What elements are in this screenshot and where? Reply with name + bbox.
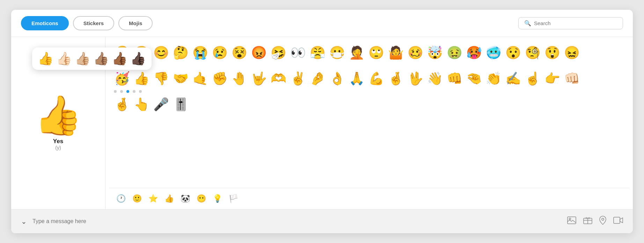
emoji-thinking[interactable]: 🤔 <box>171 43 190 62</box>
featured-emoji[interactable]: 👍 <box>34 96 82 134</box>
cat-objects[interactable]: 💡 <box>210 192 224 206</box>
skin-default[interactable]: 👍 <box>38 52 53 65</box>
emoji-pinching[interactable]: 🤏 <box>464 69 483 88</box>
cat-hands[interactable]: 👍 <box>162 192 176 206</box>
svg-rect-0 <box>568 217 576 224</box>
emoji-row-2: 🥳 👍 👎 🤝 🤙 ✊ 🤚 🤟 🫶 ✌️ 🤌 👌 🙏 💪 🤞 🖖 <box>112 69 626 88</box>
emoji-heart-hands[interactable]: 🫶 <box>269 69 288 88</box>
emoji-sad[interactable]: 😢 <box>210 43 229 62</box>
emoji-thumbs-down[interactable]: 👎 <box>152 69 170 88</box>
emoji-monocle[interactable]: 🧐 <box>523 43 542 62</box>
emoji-fist[interactable]: ✊ <box>210 69 229 88</box>
gift-card-icon[interactable] <box>583 216 592 226</box>
emoji-flex[interactable]: 💪 <box>367 69 386 88</box>
emoji-thumbs-up[interactable]: 👍 <box>132 69 151 88</box>
emoji-grid-panel: 🤣 😏 😊 🤔 😭 😢 😵 😡 🤧 👀 😤 😷 🤦 🙄 🤷 🥴 <box>105 37 633 209</box>
tab-bar: Emoticons Stickers Mojis 🔍 <box>11 10 633 37</box>
emoji-point-up[interactable]: ☝️ <box>523 69 542 88</box>
message-input[interactable] <box>32 218 562 224</box>
dot2-4 <box>133 90 136 93</box>
emoji-mask[interactable]: 😷 <box>328 43 346 62</box>
emoji-rows: 🤣 😏 😊 🤔 😭 😢 😵 😡 🤧 👀 😤 😷 🤦 🙄 🤷 🥴 <box>109 37 629 186</box>
emoji-pinch[interactable]: 🤌 <box>308 69 327 88</box>
emoji-party[interactable]: 🥳 <box>112 69 131 88</box>
cat-flags[interactable]: 🏳️ <box>226 192 240 206</box>
emoji-exploding[interactable]: 🤯 <box>425 43 444 62</box>
emoji-cold[interactable]: 🥶 <box>484 43 503 62</box>
skin-medium[interactable]: 👍🏽 <box>93 52 109 65</box>
featured-emoji-label: Yes <box>53 138 63 145</box>
emoji-hushed[interactable]: 😯 <box>504 43 522 62</box>
emoji-woozy[interactable]: 🥴 <box>406 43 425 62</box>
emoji-angry[interactable]: 😡 <box>249 43 268 62</box>
emoji-eyes[interactable]: 👀 <box>288 43 307 62</box>
emoji-handshake[interactable]: 🤝 <box>171 69 190 88</box>
tab-emoticons[interactable]: Emoticons <box>21 16 69 30</box>
dot2-5 <box>139 90 142 93</box>
emoji-row-1: 🤣 😏 😊 🤔 😭 😢 😵 😡 🤧 👀 😤 😷 🤦 🙄 🤷 🥴 <box>112 43 626 62</box>
emoji-write[interactable]: ✍️ <box>504 69 522 88</box>
emoji-peace[interactable]: ✌️ <box>288 69 307 88</box>
dot2-2 <box>120 90 123 93</box>
emoji-facepalm[interactable]: 🤦 <box>347 43 366 62</box>
cat-faces[interactable]: 😶 <box>194 192 208 206</box>
main-content: 👍 👍🏻 👍🏼 👍🏽 👍🏾 👍🏿 👍 Yes (y) 🤣 😏 😊 🤔 <box>11 37 633 209</box>
emoji-astonished[interactable]: 😲 <box>543 43 562 62</box>
tab-mojis[interactable]: Mojis <box>118 16 153 30</box>
emoji-raised-hand[interactable]: 🤚 <box>230 69 249 88</box>
emoji-mic[interactable]: 🎤 <box>152 95 170 114</box>
dot2-active <box>126 90 129 93</box>
toolbar-icons <box>567 216 623 227</box>
emoji-confounded[interactable]: 😖 <box>562 43 581 62</box>
emoji-crossed-fingers[interactable]: 🤞 <box>386 69 405 88</box>
emoji-vulcan[interactable]: 🖖 <box>406 69 425 88</box>
emoji-backhand[interactable]: 👊 <box>445 69 464 88</box>
dots-row-1 <box>112 64 626 68</box>
chevron-down-icon[interactable]: ⌄ <box>21 217 27 226</box>
emoji-smile[interactable]: 😊 <box>152 43 170 62</box>
video-icon[interactable] <box>613 217 623 226</box>
emoji-fist-pink[interactable]: 👊🏻 <box>562 69 581 88</box>
emoji-hot[interactable]: 🥵 <box>464 43 483 62</box>
emoji-slider[interactable]: 🎚️ <box>171 95 190 114</box>
skin-light[interactable]: 👍🏻 <box>56 52 72 65</box>
emoji-green-hand[interactable]: 🤞 <box>112 95 131 114</box>
cat-animals[interactable]: 🐼 <box>178 192 192 206</box>
tab-stickers[interactable]: Stickers <box>73 16 114 30</box>
cat-smileys[interactable]: 🙂 <box>130 192 144 206</box>
search-icon: 🔍 <box>524 20 531 27</box>
emoji-clap[interactable]: 👏 <box>484 69 503 88</box>
svg-point-1 <box>569 218 571 220</box>
emoji-row-3: 🤞 👆 🎤 🎚️ <box>112 95 626 114</box>
emoji-roll-eyes[interactable]: 🙄 <box>367 43 386 62</box>
featured-emoji-code: (y) <box>55 145 61 150</box>
skin-tone-popup: 👍 👍🏻 👍🏼 👍🏽 👍🏾 👍🏿 <box>32 47 152 70</box>
category-bar: 🕐 🙂 ⭐ 👍 🐼 😶 💡 🏳️ <box>109 188 629 209</box>
emoji-dizzy[interactable]: 😵 <box>230 43 249 62</box>
image-icon[interactable] <box>567 216 576 226</box>
emoji-crying[interactable]: 😭 <box>191 43 210 62</box>
search-input[interactable] <box>534 20 617 26</box>
svg-point-5 <box>602 218 604 220</box>
emoji-point-colored[interactable]: 👆 <box>132 95 151 114</box>
emoji-nauseated[interactable]: 🤢 <box>445 43 464 62</box>
emoji-panel: Emoticons Stickers Mojis 🔍 👍 👍🏻 👍🏼 👍🏽 👍🏾… <box>11 10 633 233</box>
emoji-wave[interactable]: 👋 <box>425 69 444 88</box>
emoji-call-me[interactable]: 🤙 <box>191 69 210 88</box>
emoji-ok[interactable]: 👌 <box>328 69 346 88</box>
emoji-shrug[interactable]: 🤷 <box>386 43 405 62</box>
cat-favorites[interactable]: ⭐ <box>146 192 160 206</box>
skin-medium-light[interactable]: 👍🏼 <box>75 52 90 65</box>
dot2-1 <box>114 90 117 93</box>
search-box: 🔍 <box>518 17 623 29</box>
location-icon[interactable] <box>599 216 606 227</box>
emoji-prayer[interactable]: 🙏 <box>347 69 366 88</box>
cat-recent[interactable]: 🕐 <box>114 192 128 206</box>
skin-dark[interactable]: 👍🏿 <box>130 52 146 65</box>
left-panel: 👍 👍🏻 👍🏼 👍🏽 👍🏾 👍🏿 👍 Yes (y) <box>11 37 105 209</box>
emoji-love-you[interactable]: 🤟 <box>249 69 268 88</box>
emoji-steam[interactable]: 😤 <box>308 43 327 62</box>
emoji-sneezing[interactable]: 🤧 <box>269 43 288 62</box>
emoji-point-right[interactable]: 👉 <box>543 69 562 88</box>
skin-medium-dark[interactable]: 👍🏾 <box>112 52 127 65</box>
